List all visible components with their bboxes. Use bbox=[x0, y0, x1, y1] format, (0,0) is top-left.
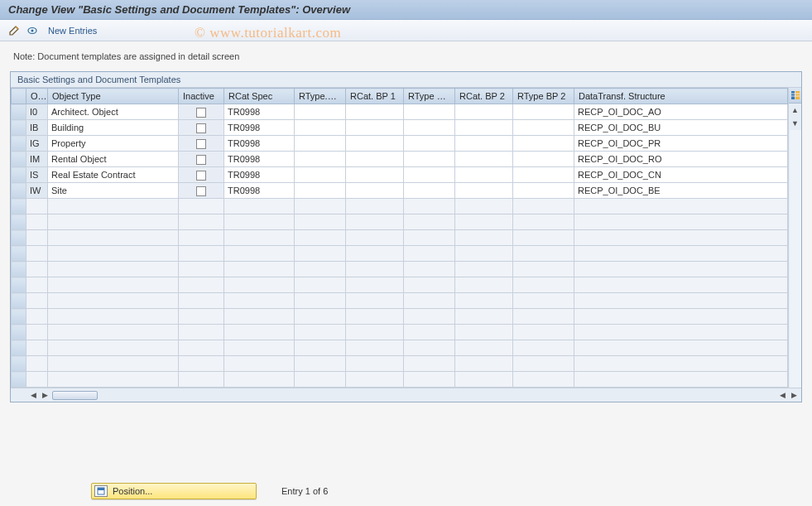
position-button[interactable]: Position... bbox=[91, 483, 257, 499]
header-rtype-bp2[interactable]: RType BP 2 bbox=[513, 89, 574, 104]
table-row[interactable] bbox=[12, 372, 788, 388]
table-row[interactable] bbox=[12, 277, 788, 293]
inactive-checkbox[interactable] bbox=[196, 108, 206, 118]
cell-rtype-bp2[interactable] bbox=[513, 167, 574, 183]
other-view-icon[interactable] bbox=[25, 23, 40, 38]
cell-rtype-bp2[interactable] bbox=[513, 183, 574, 199]
inactive-checkbox[interactable] bbox=[196, 186, 206, 196]
header-object-type[interactable]: Object Type bbox=[48, 89, 179, 104]
scroll-right-icon[interactable]: ▶ bbox=[39, 389, 50, 401]
cell-inactive[interactable] bbox=[179, 136, 224, 152]
inactive-checkbox[interactable] bbox=[196, 123, 206, 133]
cell-ot[interactable]: IM bbox=[26, 152, 48, 167]
table-row[interactable]: ISReal Estate ContractTR0998RECP_OI_DOC_… bbox=[12, 167, 788, 183]
new-entries-link[interactable]: New Entries bbox=[48, 26, 97, 36]
header-rcat-spec[interactable]: RCat Spec bbox=[224, 89, 295, 104]
inactive-checkbox[interactable] bbox=[196, 139, 206, 149]
scroll-right-end-icon[interactable]: ▶ bbox=[788, 389, 800, 401]
cell-rtype-b[interactable] bbox=[404, 136, 455, 152]
row-selector[interactable] bbox=[12, 246, 26, 262]
header-ot[interactable]: OT bbox=[26, 89, 48, 104]
cell-data-transf[interactable]: RECP_OI_DOC_BU bbox=[574, 120, 788, 136]
row-selector[interactable] bbox=[12, 199, 26, 214]
cell-object-type[interactable]: Property bbox=[48, 136, 179, 152]
scroll-down-icon[interactable]: ▼ bbox=[790, 117, 801, 130]
cell-rtype-bp2[interactable] bbox=[513, 120, 574, 136]
cell-ot[interactable]: I0 bbox=[26, 104, 48, 120]
cell-ot[interactable]: IS bbox=[26, 167, 48, 183]
cell-rtype-s[interactable] bbox=[295, 136, 346, 152]
row-selector[interactable] bbox=[12, 120, 26, 136]
hscroll-thumb[interactable] bbox=[52, 391, 98, 400]
cell-rtype-b[interactable] bbox=[404, 120, 455, 136]
cell-object-type[interactable]: Real Estate Contract bbox=[48, 167, 179, 183]
table-row[interactable] bbox=[12, 230, 788, 246]
vertical-scrollbar[interactable]: ▲ ▼ bbox=[788, 88, 801, 388]
horizontal-scrollbar[interactable]: ◀ ▶ ◀ ▶ bbox=[11, 388, 801, 402]
cell-rtype-s[interactable] bbox=[295, 183, 346, 199]
cell-ot[interactable]: IG bbox=[26, 136, 48, 152]
cell-rcat-spec[interactable]: TR0998 bbox=[224, 152, 295, 167]
row-selector[interactable] bbox=[12, 183, 26, 199]
inactive-checkbox[interactable] bbox=[196, 171, 206, 181]
table-row[interactable] bbox=[12, 262, 788, 277]
cell-rcat-bp2[interactable] bbox=[455, 104, 513, 120]
header-selector[interactable] bbox=[12, 89, 26, 104]
vscroll-track[interactable] bbox=[790, 130, 801, 388]
cell-rcat-spec[interactable]: TR0998 bbox=[224, 120, 295, 136]
table-row[interactable]: IBBuildingTR0998RECP_OI_DOC_BU bbox=[12, 120, 788, 136]
cell-rcat-bp2[interactable] bbox=[455, 183, 513, 199]
cell-rtype-bp2[interactable] bbox=[513, 152, 574, 167]
cell-rcat-bp1[interactable] bbox=[346, 104, 404, 120]
cell-object-type[interactable]: Building bbox=[48, 120, 179, 136]
cell-rcat-bp2[interactable] bbox=[455, 167, 513, 183]
cell-object-type[interactable]: Site bbox=[48, 183, 179, 199]
table-row[interactable] bbox=[12, 214, 788, 230]
cell-rcat-bp2[interactable] bbox=[455, 152, 513, 167]
cell-rcat-spec[interactable]: TR0998 bbox=[224, 183, 295, 199]
row-selector[interactable] bbox=[12, 136, 26, 152]
table-settings-icon[interactable] bbox=[789, 88, 801, 104]
cell-rcat-bp2[interactable] bbox=[455, 120, 513, 136]
row-selector[interactable] bbox=[12, 340, 26, 356]
table-row[interactable] bbox=[12, 309, 788, 325]
cell-data-transf[interactable]: RECP_OI_DOC_RO bbox=[574, 152, 788, 167]
header-rcat-bp1[interactable]: RCat. BP 1 bbox=[346, 89, 404, 104]
scroll-left-icon[interactable]: ◀ bbox=[27, 389, 39, 401]
toggle-display-change-icon[interactable] bbox=[7, 23, 22, 38]
cell-rtype-s[interactable] bbox=[295, 167, 346, 183]
cell-data-transf[interactable]: RECP_OI_DOC_CN bbox=[574, 167, 788, 183]
row-selector[interactable] bbox=[12, 356, 26, 372]
cell-rcat-spec[interactable]: TR0998 bbox=[224, 104, 295, 120]
row-selector[interactable] bbox=[12, 167, 26, 183]
row-selector[interactable] bbox=[12, 152, 26, 167]
row-selector[interactable] bbox=[12, 325, 26, 340]
cell-inactive[interactable] bbox=[179, 183, 224, 199]
cell-rcat-spec[interactable]: TR0998 bbox=[224, 167, 295, 183]
cell-data-transf[interactable]: RECP_OI_DOC_AO bbox=[574, 104, 788, 120]
cell-rtype-b[interactable] bbox=[404, 183, 455, 199]
cell-inactive[interactable] bbox=[179, 120, 224, 136]
header-inactive[interactable]: Inactive bbox=[179, 89, 224, 104]
cell-rcat-bp1[interactable] bbox=[346, 183, 404, 199]
cell-inactive[interactable] bbox=[179, 167, 224, 183]
row-selector[interactable] bbox=[12, 104, 26, 120]
cell-rcat-bp1[interactable] bbox=[346, 167, 404, 183]
cell-inactive[interactable] bbox=[179, 152, 224, 167]
inactive-checkbox[interactable] bbox=[196, 155, 206, 165]
cell-inactive[interactable] bbox=[179, 104, 224, 120]
row-selector[interactable] bbox=[12, 293, 26, 309]
cell-object-type[interactable]: Rental Object bbox=[48, 152, 179, 167]
table-row[interactable] bbox=[12, 246, 788, 262]
header-rcat-bp2[interactable]: RCat. BP 2 bbox=[455, 89, 513, 104]
table-row[interactable] bbox=[12, 293, 788, 309]
cell-rtype-b[interactable] bbox=[404, 104, 455, 120]
table-row[interactable] bbox=[12, 325, 788, 340]
cell-rtype-b[interactable] bbox=[404, 152, 455, 167]
cell-rtype-bp2[interactable] bbox=[513, 136, 574, 152]
cell-object-type[interactable]: Architect. Object bbox=[48, 104, 179, 120]
row-selector[interactable] bbox=[12, 277, 26, 293]
scroll-left-end-icon[interactable]: ◀ bbox=[776, 389, 788, 401]
table-row[interactable] bbox=[12, 199, 788, 214]
table-row[interactable] bbox=[12, 356, 788, 372]
